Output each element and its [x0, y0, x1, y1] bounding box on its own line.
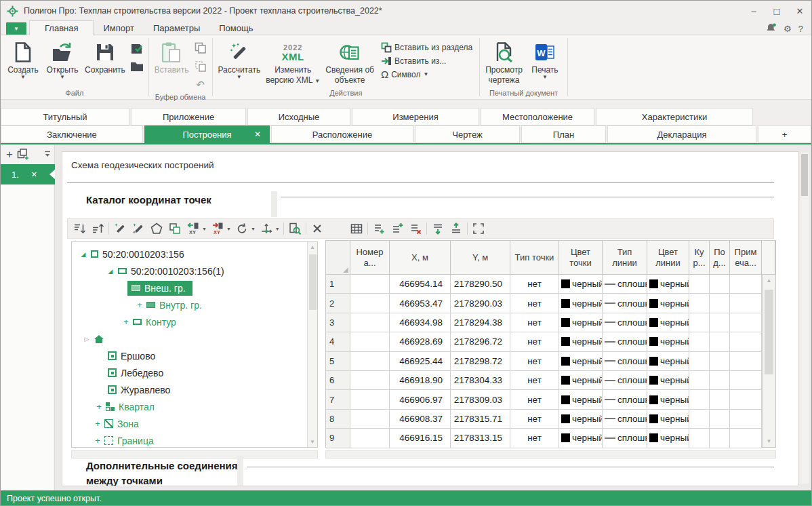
scrollbar-thumb[interactable]: [801, 154, 808, 196]
cell-line-color[interactable]: черный: [647, 371, 689, 390]
cell-point-color[interactable]: черный: [559, 390, 603, 409]
cell-number[interactable]: [350, 352, 390, 371]
cell-y[interactable]: 2178290.03: [451, 294, 510, 313]
paste-button[interactable]: Вставить: [152, 37, 192, 75]
cell-line-color[interactable]: черный: [647, 313, 689, 332]
scroll-up-icon[interactable]: ▲: [308, 244, 317, 250]
menu-tab-parametry[interactable]: Параметры: [144, 21, 209, 35]
tab-chertezh[interactable]: Чертеж: [415, 125, 520, 143]
table-corner-cell[interactable]: [326, 241, 350, 275]
column-header-pod[interactable]: По д...: [710, 241, 730, 275]
expander-expanded-icon[interactable]: ◢: [107, 268, 114, 275]
preview-points-button[interactable]: [287, 221, 302, 236]
cell-line-color[interactable]: черный: [647, 352, 689, 371]
tab-iskhodnye[interactable]: Исходные: [247, 108, 350, 125]
row-header[interactable]: 2: [326, 294, 350, 313]
cell-note[interactable]: [730, 371, 762, 390]
object-info-button[interactable]: Сведения об объекте: [323, 37, 377, 85]
row-header[interactable]: 5: [326, 352, 350, 371]
tree-item-inner-boundary[interactable]: + Внутр. гр.: [72, 296, 317, 313]
section-splitter[interactable]: [271, 191, 277, 217]
cell-x[interactable]: 466918.90: [390, 371, 451, 390]
table-view-button[interactable]: [349, 221, 364, 236]
cell-line-color[interactable]: черный: [647, 332, 689, 351]
section-splitter[interactable]: [237, 456, 243, 486]
cell-number[interactable]: [350, 371, 390, 390]
file-menu-button[interactable]: ▼: [6, 22, 26, 35]
cell-line-color[interactable]: черный: [647, 410, 689, 429]
expand-plus-icon[interactable]: +: [123, 317, 129, 327]
tree-item-ershovo[interactable]: Ершово: [72, 347, 317, 364]
insert-from-section-button[interactable]: Вставить из раздела: [381, 42, 472, 53]
tree-item-outer-boundary[interactable]: Внеш. гр.: [72, 279, 317, 296]
copy-button[interactable]: [193, 41, 208, 56]
cell-kur[interactable]: [689, 352, 710, 371]
tab-prilozhenie[interactable]: Приложение: [131, 108, 246, 125]
expand-plus-icon[interactable]: +: [96, 402, 102, 412]
cell-pod[interactable]: [710, 275, 730, 294]
cell-point-color[interactable]: черный: [559, 429, 603, 448]
tab-plan[interactable]: План: [521, 125, 606, 143]
cell-number[interactable]: [350, 410, 390, 429]
cell-number[interactable]: [350, 294, 390, 313]
tree-item-contour-1[interactable]: ◢ 50:20:0010203:156(1): [72, 262, 317, 279]
cell-number[interactable]: [350, 332, 390, 351]
column-header-kur[interactable]: Ку р...: [689, 241, 710, 275]
column-header-y[interactable]: Y, м: [451, 241, 510, 275]
column-header-note[interactable]: Прим еча...: [730, 241, 762, 275]
page-scrollbar[interactable]: [800, 153, 809, 484]
calculate-button[interactable]: Рассчитать ▼: [216, 37, 264, 81]
insert-row-button[interactable]: [390, 221, 405, 236]
cell-note[interactable]: [730, 294, 762, 313]
minimize-button[interactable]: –: [742, 1, 765, 21]
cell-x[interactable]: 466928.69: [390, 332, 451, 351]
column-header-line-type[interactable]: Тип линии: [603, 241, 647, 275]
cell-kur[interactable]: [689, 410, 710, 429]
insert-from-button[interactable]: Вставить из...: [381, 56, 472, 66]
tab-close-icon[interactable]: ✕: [254, 130, 261, 139]
cell-line-type[interactable]: сплошная: [603, 275, 647, 294]
column-header-x[interactable]: X, м: [390, 241, 451, 275]
cell-line-type[interactable]: сплошная: [603, 429, 647, 448]
add-row-button[interactable]: [371, 221, 386, 236]
renumber-all-button[interactable]: [131, 221, 146, 236]
rotate-contour-button[interactable]: [235, 221, 249, 236]
cell-y[interactable]: 2178298.72: [451, 352, 510, 371]
cell-y[interactable]: 2178315.71: [451, 410, 510, 429]
notifications-bell-icon[interactable]: [765, 23, 777, 34]
cell-kur[interactable]: [689, 390, 710, 409]
cell-point-color[interactable]: черный: [559, 371, 603, 390]
cell-note[interactable]: [730, 332, 762, 351]
tab-mestopolozhenie[interactable]: Местоположение: [481, 108, 594, 125]
cell-point-type[interactable]: нет: [510, 313, 559, 332]
tab-izmereniya[interactable]: Измерения: [352, 108, 479, 125]
cell-point-color[interactable]: черный: [559, 294, 603, 313]
tree-item-building[interactable]: ▷: [72, 330, 317, 347]
cell-point-type[interactable]: нет: [510, 410, 559, 429]
cell-pod[interactable]: [710, 313, 730, 332]
cell-note[interactable]: [730, 352, 762, 371]
cell-line-type[interactable]: сплошная: [603, 313, 647, 332]
undo-button[interactable]: ↶: [193, 77, 208, 92]
tree-item-parcel[interactable]: ◢ 50:20:0010203:156: [72, 246, 317, 262]
cell-point-color[interactable]: черный: [559, 275, 603, 294]
renumber-button[interactable]: [113, 221, 127, 236]
cell-pod[interactable]: [710, 332, 730, 351]
cell-point-type[interactable]: нет: [510, 371, 559, 390]
settings-gear-icon[interactable]: ⚙: [784, 24, 792, 34]
table-hscrollbar[interactable]: [325, 450, 776, 459]
cell-point-type[interactable]: нет: [510, 352, 559, 371]
chevron-down-icon[interactable]: ▼: [275, 227, 280, 231]
cell-kur[interactable]: [689, 429, 710, 448]
expand-plus-icon[interactable]: +: [95, 435, 100, 446]
cell-pod[interactable]: [710, 352, 730, 371]
cell-kur[interactable]: [689, 294, 710, 313]
copy-project-button[interactable]: [17, 148, 29, 161]
menu-tab-import[interactable]: Импорт: [94, 21, 143, 35]
paste-special-button[interactable]: [193, 59, 208, 74]
cell-kur[interactable]: [689, 332, 710, 351]
tree-item-kvartal[interactable]: + Квартал: [72, 398, 317, 415]
scroll-up-icon[interactable]: ▲: [763, 277, 775, 284]
move-row-down-button[interactable]: [430, 221, 445, 236]
cell-x[interactable]: 466908.37: [390, 410, 451, 429]
